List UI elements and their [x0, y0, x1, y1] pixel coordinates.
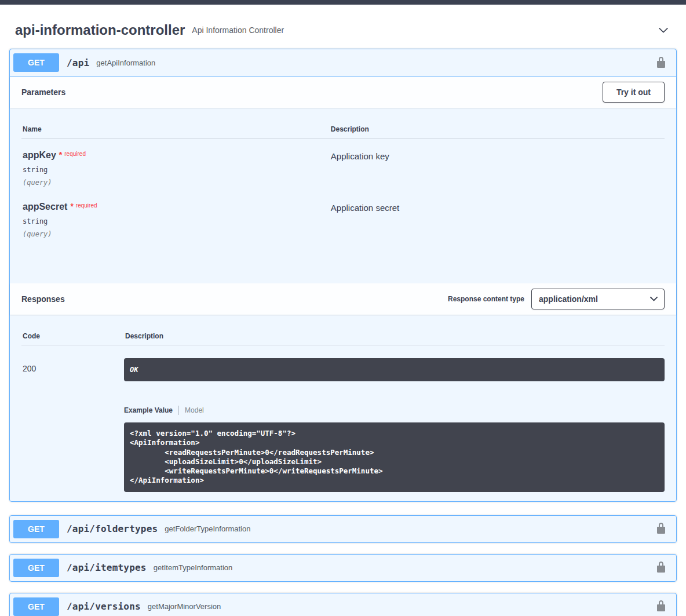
authorize-button[interactable]	[654, 560, 668, 575]
parameters-table: Name Description appKey * required strin…	[10, 108, 676, 283]
column-description-header: Description	[125, 332, 665, 340]
operation-path: /api/versions	[67, 601, 141, 612]
parameter-name: appKey	[23, 150, 56, 161]
example-value-panel[interactable]: <?xml version="1.0" encoding="UTF-8"?> <…	[124, 422, 665, 492]
response-code: 200	[21, 358, 124, 492]
parameter-type: string	[23, 166, 331, 174]
lock-icon	[655, 522, 667, 535]
response-description: OK	[124, 358, 665, 381]
parameter-row: appKey * required string (query) Applica…	[21, 138, 665, 190]
parameters-title: Parameters	[21, 88, 65, 97]
operation-path: /api	[67, 57, 89, 68]
lock-icon	[655, 600, 667, 613]
operation-summary-text: getMajorMinorVersion	[148, 602, 221, 611]
response-content-type-label: Response content type	[448, 295, 524, 303]
method-badge: GET	[13, 559, 59, 577]
content-wrapper: api-information-controller Api Informati…	[0, 5, 686, 616]
parameter-type: string	[23, 217, 331, 225]
example-model-tabs: Example Value Model	[124, 406, 665, 415]
responses-title: Responses	[21, 294, 65, 304]
tab-example-value[interactable]: Example Value	[124, 406, 173, 414]
chevron-down-icon[interactable]	[657, 24, 670, 37]
authorize-button[interactable]	[654, 521, 668, 537]
operation-get-api-versions: GET /api/versions getMajorMinorVersion	[9, 593, 677, 616]
method-badge: GET	[13, 53, 59, 72]
response-row: 200 OK Example Value Model <?xml version…	[21, 345, 665, 492]
responses-table: Code Description 200 OK Example Value Mo…	[10, 315, 676, 501]
column-name-header: Name	[23, 125, 331, 133]
column-code-header: Code	[23, 332, 125, 340]
tab-model[interactable]: Model	[185, 406, 204, 414]
authorize-button[interactable]	[654, 599, 668, 614]
parameters-header: Parameters Try it out	[10, 76, 676, 108]
example-xml: <?xml version="1.0" encoding="UTF-8"?> <…	[130, 429, 659, 486]
column-description-header: Description	[331, 125, 665, 133]
parameter-location: (query)	[23, 230, 331, 238]
lock-icon	[655, 56, 667, 70]
tag-description: Api Information Controller	[192, 25, 284, 35]
operation-summary-text: getApiInformation	[96, 59, 155, 67]
required-star: *	[70, 202, 73, 211]
operation-path: /api/itemtypes	[67, 562, 147, 573]
required-label: required	[76, 202, 97, 209]
operation-summary[interactable]: GET /api/versions getMajorMinorVersion	[10, 593, 676, 616]
operation-get-api: GET /api getApiInformation Parameters Tr…	[9, 49, 677, 502]
authorize-button[interactable]	[654, 55, 668, 71]
tag-header[interactable]: api-information-controller Api Informati…	[9, 5, 677, 49]
required-star: *	[59, 150, 62, 159]
parameter-row: appSecret * required string (query) Appl…	[21, 190, 665, 242]
response-description-cell: OK Example Value Model <?xml version="1.…	[124, 358, 665, 492]
operation-summary[interactable]: GET /api/itemtypes getItemTypeInformatio…	[10, 555, 676, 581]
lock-icon	[655, 561, 667, 574]
required-label: required	[64, 151, 86, 157]
operation-get-api-foldertypes: GET /api/foldertypes getFolderTypeInform…	[9, 515, 677, 543]
parameters-table-header: Name Description	[21, 121, 665, 138]
parameter-description: Application secret	[331, 202, 665, 238]
parameter-location: (query)	[23, 178, 331, 187]
try-it-out-button[interactable]: Try it out	[603, 82, 665, 103]
tag-title: api-information-controller	[15, 22, 185, 38]
responses-header: Responses Response content type applicat…	[10, 283, 676, 315]
operation-summary[interactable]: GET /api/foldertypes getFolderTypeInform…	[10, 516, 676, 542]
parameter-description: Application key	[331, 150, 665, 187]
operation-summary[interactable]: GET /api getApiInformation	[10, 49, 676, 76]
responses-table-header: Code Description	[21, 327, 665, 345]
response-content-type-select[interactable]: application/xml	[531, 289, 665, 309]
operation-get-api-itemtypes: GET /api/itemtypes getItemTypeInformatio…	[9, 554, 677, 582]
tab-divider	[178, 406, 179, 415]
operation-summary-text: getFolderTypeInformation	[165, 524, 250, 533]
parameter-meta: appSecret * required string (query)	[23, 202, 331, 238]
operation-path: /api/foldertypes	[67, 523, 158, 534]
top-bar	[0, 0, 686, 5]
parameter-name: appSecret	[23, 202, 67, 212]
operation-summary-text: getItemTypeInformation	[154, 563, 233, 572]
parameter-meta: appKey * required string (query)	[23, 150, 331, 187]
method-badge: GET	[13, 520, 59, 538]
response-content-type: Response content type application/xml	[448, 289, 665, 309]
method-badge: GET	[13, 597, 59, 616]
